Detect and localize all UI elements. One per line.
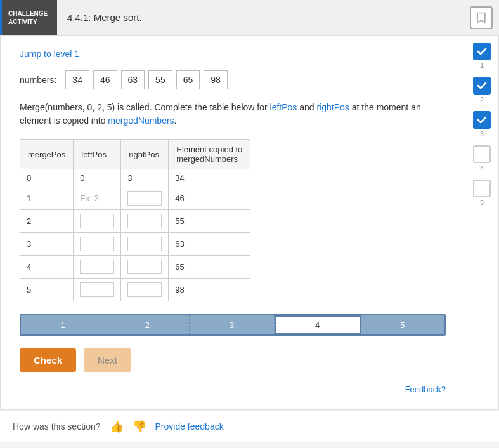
numbers-row: numbers: 34 46 63 55 65 98: [20, 70, 446, 89]
leftpos-input-cell[interactable]: [74, 279, 121, 301]
mergepos-cell: 1: [20, 187, 74, 210]
leftpos-input-5[interactable]: [80, 282, 114, 297]
sidebar-num-3: 3: [480, 130, 484, 138]
feedback-link[interactable]: Feedback?: [20, 378, 446, 397]
table-row: 1 Ex: 3 46: [20, 187, 250, 210]
rightpos-input-cell[interactable]: [121, 187, 169, 210]
rightpos-input-cell[interactable]: [121, 256, 169, 279]
progress-segment-2[interactable]: 2: [105, 315, 190, 334]
leftpos-cell-example: Ex: 3: [74, 187, 121, 210]
sidebar-item-1[interactable]: 1: [473, 43, 491, 69]
table-row: 2 55: [20, 210, 250, 233]
check-button[interactable]: Check: [20, 348, 76, 372]
rightpos-input-cell[interactable]: [121, 210, 169, 233]
progress-segment-1[interactable]: 1: [21, 315, 105, 334]
progress-bar: 1 2 3 4 5: [20, 314, 446, 336]
desc-highlight-merged: mergedNumbers: [108, 115, 174, 126]
description-text: Merge(numbers, 0, 2, 5) is called. Compl…: [20, 101, 446, 128]
thumbs-up-icon[interactable]: 👍: [110, 419, 124, 433]
sidebar-num-4: 4: [480, 164, 484, 172]
mergepos-cell: 2: [20, 210, 74, 233]
number-cell-5: 98: [204, 70, 228, 89]
sidebar-num-2: 2: [480, 96, 484, 103]
element-cell: 34: [169, 169, 250, 187]
number-cell-4: 65: [176, 70, 200, 89]
mergepos-cell: 0: [20, 169, 74, 187]
sidebar-check-3[interactable]: [473, 111, 491, 129]
bookmark-icon[interactable]: [470, 6, 493, 29]
leftpos-cell: 0: [74, 169, 121, 187]
mergepos-cell: 4: [20, 256, 74, 279]
next-button[interactable]: Next: [84, 348, 131, 372]
desc-highlight-rightpos: rightPos: [316, 102, 349, 112]
number-cell-1: 46: [93, 70, 117, 89]
sidebar-check-2[interactable]: [473, 77, 491, 95]
leftpos-input-4[interactable]: [80, 260, 114, 274]
sidebar-item-4[interactable]: 4: [473, 145, 491, 172]
buttons-row: Check Next: [20, 348, 446, 372]
element-cell: 46: [169, 187, 250, 210]
col-header-leftpos: leftPos: [74, 140, 121, 169]
rightpos-cell: 3: [121, 169, 169, 187]
number-cell-2: 63: [121, 70, 145, 89]
table-row: 3 63: [20, 233, 250, 256]
leftpos-input-3[interactable]: [80, 237, 114, 251]
rightpos-input-5[interactable]: [127, 282, 162, 297]
col-header-mergepos: mergePos: [20, 140, 74, 169]
mergepos-cell: 3: [20, 233, 74, 256]
table-row: 4 65: [20, 256, 250, 279]
sidebar-check-4[interactable]: [473, 145, 491, 163]
main-container: Jump to level 1 numbers: 34 46 63 55 65 …: [0, 36, 499, 410]
numbers-label: numbers:: [20, 75, 56, 85]
element-cell: 55: [169, 210, 250, 233]
number-cell-0: 34: [65, 70, 89, 89]
rightpos-input-2[interactable]: [127, 214, 162, 228]
sidebar-num-1: 1: [480, 62, 484, 69]
challenge-activity-label: CHALLENGE ACTIVITY: [0, 0, 57, 35]
sidebar-item-2[interactable]: 2: [473, 77, 491, 103]
desc-plain1: Merge(numbers, 0, 2, 5) is called. Compl…: [20, 102, 270, 112]
content-area: Jump to level 1 numbers: 34 46 63 55 65 …: [1, 36, 465, 409]
sidebar: 1 2 3 4 5: [465, 36, 498, 409]
number-cell-3: 55: [148, 70, 172, 89]
element-cell: 63: [169, 233, 250, 256]
leftpos-input-2[interactable]: [80, 214, 114, 228]
merge-table: mergePos leftPos rightPos Element copied…: [20, 139, 250, 301]
desc-plain4: .: [174, 115, 177, 126]
page-title: 4.4.1: Merge sort.: [57, 0, 463, 35]
desc-highlight-leftpos: leftPos: [270, 102, 297, 112]
col-header-rightpos: rightPos: [121, 140, 169, 169]
rightpos-input-3[interactable]: [127, 237, 162, 251]
sidebar-check-5[interactable]: [473, 180, 491, 197]
leftpos-input-cell[interactable]: [74, 256, 121, 279]
thumbs-down-icon[interactable]: 👎: [133, 419, 146, 433]
provide-feedback-link[interactable]: Provide feedback: [155, 421, 224, 432]
table-row: 0 0 3 34: [20, 169, 250, 187]
sidebar-item-5[interactable]: 5: [473, 180, 491, 206]
progress-segment-3[interactable]: 3: [190, 315, 274, 334]
sidebar-check-1[interactable]: [473, 43, 491, 60]
jump-to-level-link[interactable]: Jump to level 1: [20, 49, 79, 59]
leftpos-input-cell[interactable]: [74, 233, 121, 256]
sidebar-num-5: 5: [480, 199, 484, 206]
desc-plain2: and: [297, 102, 316, 112]
header: CHALLENGE ACTIVITY 4.4.1: Merge sort.: [0, 0, 499, 36]
progress-segment-5[interactable]: 5: [361, 315, 444, 334]
rightpos-input-cell[interactable]: [121, 279, 169, 301]
col-header-element: Element copied tomergedNumbers: [169, 140, 250, 169]
rightpos-input-1[interactable]: [127, 191, 162, 206]
rightpos-input-cell[interactable]: [121, 233, 169, 256]
rightpos-input-4[interactable]: [127, 260, 162, 274]
element-cell: 98: [169, 279, 250, 301]
progress-segment-4[interactable]: 4: [275, 315, 361, 334]
sidebar-item-3[interactable]: 3: [473, 111, 491, 138]
element-cell: 65: [169, 256, 250, 279]
table-row: 5 98: [20, 279, 250, 301]
leftpos-input-cell[interactable]: [74, 210, 121, 233]
footer-label: How was this section?: [13, 421, 101, 432]
footer: How was this section? 👍 👎 Provide feedba…: [0, 410, 499, 442]
mergepos-cell: 5: [20, 279, 74, 301]
